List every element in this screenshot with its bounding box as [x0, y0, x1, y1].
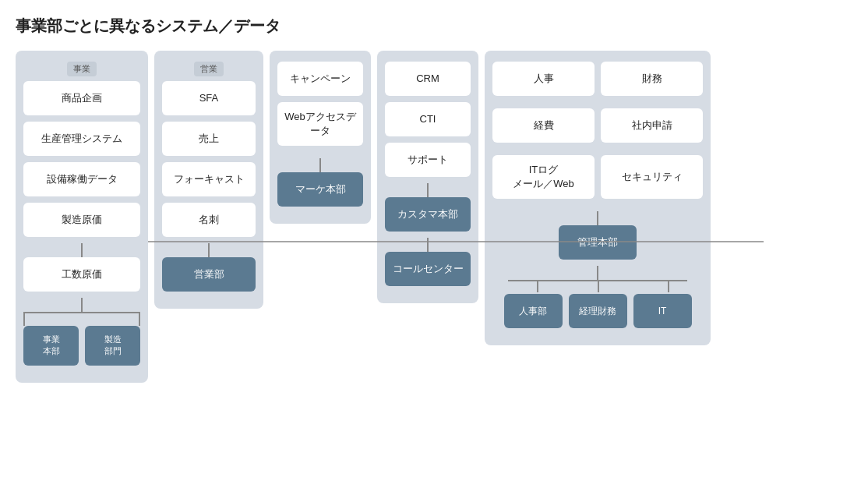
customer-subtree: カスタマ本部 コールセンター	[385, 183, 471, 292]
customer-dept-parent: カスタマ本部	[385, 197, 471, 232]
kanri-box-1: 人事	[492, 62, 595, 96]
customer-box-2: CTI	[385, 102, 471, 136]
jigyou-box-1: 商品企画	[23, 81, 140, 115]
kanri-row3: ITログメール／Web セキュリティ	[492, 155, 703, 205]
kanri-box-6: セキュリティ	[601, 155, 703, 199]
kanri-dept-parent: 管理本部	[559, 225, 637, 260]
kanri-column: 人事 財務 経費 社内申請 ITログメール／Web セキュリティ 管理本部	[485, 51, 711, 345]
kanri-tree: 管理本部 人事部 経理財務 IT	[492, 211, 703, 334]
eigyo-label: 営業	[194, 62, 224, 76]
kanri-child-2: 経理財務	[569, 294, 627, 328]
customer-column: CRM CTI サポート カスタマ本部 コールセンター	[377, 51, 478, 303]
kanri-row2: 経費 社内申請	[492, 108, 703, 149]
jigyou-box-5: 工数原価	[23, 257, 140, 292]
marke-dept: マーケ本部	[277, 172, 363, 207]
jigyou-dept-left: 事業本部	[23, 326, 79, 366]
customer-dept-child: コールセンター	[385, 252, 471, 286]
kanri-row1: 人事 財務	[492, 62, 703, 102]
jigyou-label: 事業	[67, 62, 97, 76]
jigyou-subtree: 工数原価 事業本部 製造部門	[23, 243, 140, 372]
eigyo-box-4: 名刺	[162, 203, 256, 237]
kanri-box-2: 財務	[601, 62, 703, 96]
kanri-box-4: 社内申請	[601, 108, 703, 143]
eigyo-box-1: SFA	[162, 81, 256, 115]
jigyou-box-3: 設備稼働データ	[23, 162, 140, 196]
customer-box-1: CRM	[385, 62, 471, 96]
kanri-children: 人事部 経理財務 IT	[492, 294, 703, 334]
eigyo-subtree: 名刺 営業部	[162, 203, 256, 298]
eigyo-box-2: 売上	[162, 122, 256, 156]
eigyo-box-3: フォーキャスト	[162, 162, 256, 196]
jigyou-box-2: 生産管理システム	[23, 122, 140, 156]
eigyo-dept: 営業部	[162, 257, 256, 292]
kanri-child-1: 人事部	[504, 294, 563, 328]
customer-box-3: サポート	[385, 143, 471, 177]
kanri-child-3: IT	[633, 294, 692, 328]
diagram-container: 事業 商品企画 生産管理システム 設備稼働データ 製造原価 工数原価 事業本部 …	[16, 51, 852, 383]
kanri-box-3: 経費	[492, 108, 595, 143]
marke-column: キャンペーン Webアクセスデータ マーケ本部	[270, 51, 371, 224]
eigyo-column: 営業 SFA 売上 フォーキャスト 名刺 営業部	[154, 51, 263, 309]
kanri-box-5: ITログメール／Web	[492, 155, 595, 199]
marke-box-2: Webアクセスデータ	[277, 102, 363, 146]
marke-box-1: キャンペーン	[277, 62, 363, 96]
page-title: 事業部ごとに異なるシステム／データ	[16, 16, 852, 37]
jigyou-box-4: 製造原価	[23, 203, 140, 237]
jigyou-column: 事業 商品企画 生産管理システム 設備稼働データ 製造原価 工数原価 事業本部 …	[16, 51, 148, 383]
marke-subtree: マーケ本部	[277, 158, 363, 213]
jigyou-dept-right: 製造部門	[85, 326, 140, 366]
